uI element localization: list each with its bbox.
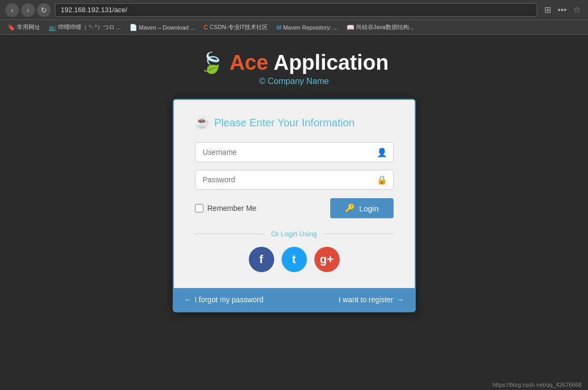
bookmark-5-icon: 📖 (347, 24, 354, 31)
username-group: 👤 (195, 142, 394, 162)
bookmark-0-label: 常用网址 (17, 23, 40, 31)
form-row: Remember Me 🔑 Login (195, 198, 394, 218)
page-content: 🍃 Ace Application © Company Name ☕ Pleas… (0, 35, 588, 379)
remember-me-text: Remember Me (208, 204, 257, 212)
divider-section: Or Login Using (195, 229, 394, 238)
nav-icons: ‹ › ↻ (5, 3, 51, 17)
user-icon: 👤 (377, 147, 387, 157)
application-title: Application (274, 51, 389, 75)
bookmark-1-icon: 📺 (49, 24, 57, 31)
register-link[interactable]: I want to register → (294, 288, 415, 311)
login-card: ☕ Please Enter Your Information 👤 🔒 Reme… (173, 99, 416, 312)
bookmark-1-label: 哔哩哔哩（ °- °）つロ ... (58, 23, 121, 31)
bookmark-5[interactable]: 📖 尚硅谷Java数据结构... (343, 22, 417, 32)
twitter-button[interactable]: t (282, 247, 307, 272)
divider-text: Or Login Using (266, 230, 322, 238)
star-icon[interactable]: ☆ (571, 4, 583, 16)
company-name: © Company Name (199, 77, 388, 86)
bookmark-1[interactable]: 📺 哔哩哔哩（ °- °）つロ ... (45, 22, 124, 32)
browser-toolbar: ‹ › ↻ 192.168.192.131/ace/ ⊞ ••• ☆ (0, 0, 588, 20)
bookmark-2[interactable]: 📄 Maven – Download ... (126, 23, 198, 32)
bookmark-0[interactable]: 🔖 常用网址 (4, 22, 43, 32)
bookmark-2-label: Maven – Download ... (139, 24, 195, 31)
app-title: 🍃 Ace Application (199, 51, 388, 75)
remember-me-checkbox[interactable] (195, 204, 203, 212)
social-buttons: f t g+ (195, 247, 394, 272)
forgot-password-link[interactable]: ← I forgot my password (174, 288, 294, 311)
facebook-button[interactable]: f (249, 247, 274, 272)
lock-icon: 🔒 (377, 175, 387, 185)
remember-me-label[interactable]: Remember Me (195, 204, 257, 212)
forgot-password-text: I forgot my password (195, 295, 264, 304)
username-input[interactable] (195, 142, 394, 162)
status-url: https://blog.csdn.net/qq_42678668 (492, 382, 582, 388)
password-input[interactable] (195, 170, 394, 190)
arrow-left-icon: ← (184, 295, 192, 304)
more-icon[interactable]: ••• (556, 4, 568, 16)
status-bar: https://blog.csdn.net/qq_42678668 (0, 379, 588, 390)
bookmark-0-icon: 🔖 (7, 24, 15, 31)
bookmarks-bar: 🔖 常用网址 📺 哔哩哔哩（ °- °）つロ ... 📄 Maven – Dow… (0, 20, 588, 35)
card-title: ☕ Please Enter Your Information (195, 116, 394, 129)
ace-title: Ace (229, 51, 268, 75)
bookmark-3[interactable]: C CSDN-专业IT技术社区 (200, 22, 271, 32)
browser-actions: ⊞ ••• ☆ (542, 4, 583, 16)
back-button[interactable]: ‹ (5, 3, 19, 17)
card-heading-text: Please Enter Your Information (214, 117, 355, 129)
arrow-right-icon: → (397, 295, 404, 304)
bookmark-2-icon: 📄 (129, 24, 137, 31)
card-body: ☕ Please Enter Your Information 👤 🔒 Reme… (174, 100, 415, 288)
register-text: I want to register (339, 295, 394, 304)
bookmark-4-icon: M (276, 24, 281, 31)
login-button-text: Login (359, 204, 379, 213)
key-icon: 🔑 (345, 203, 355, 213)
address-text: 192.168.192.131/ace/ (61, 6, 127, 14)
app-header: 🍃 Ace Application © Company Name (199, 51, 388, 86)
forward-button[interactable]: › (21, 3, 35, 17)
reload-button[interactable]: ↻ (37, 3, 51, 17)
bookmark-5-label: 尚硅谷Java数据结构... (356, 23, 414, 31)
bookmark-3-icon: C (203, 24, 208, 31)
google-button[interactable]: g+ (314, 247, 340, 272)
coffee-icon: ☕ (195, 116, 209, 129)
leaf-icon: 🍃 (199, 51, 224, 75)
password-group: 🔒 (195, 170, 394, 190)
bookmark-3-label: CSDN-专业IT技术社区 (210, 23, 268, 31)
bookmark-4-label: Maven Repository: ... (283, 24, 338, 31)
card-footer: ← I forgot my password I want to registe… (174, 288, 415, 311)
bookmark-4[interactable]: M Maven Repository: ... (273, 23, 341, 32)
address-bar[interactable]: 192.168.192.131/ace/ (55, 3, 537, 17)
login-button[interactable]: 🔑 Login (330, 198, 394, 218)
grid-icon[interactable]: ⊞ (542, 4, 553, 16)
